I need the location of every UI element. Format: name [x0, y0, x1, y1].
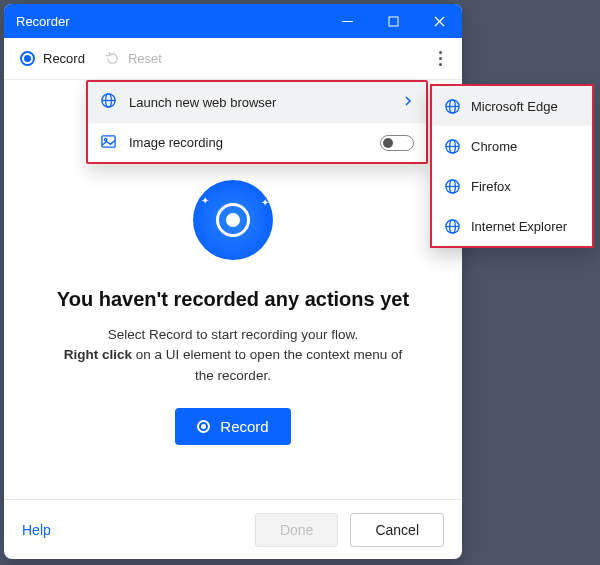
- record-button-label: Record: [220, 418, 268, 435]
- globe-icon: [100, 92, 117, 112]
- reset-icon: [105, 51, 120, 66]
- svg-point-8: [104, 138, 106, 140]
- globe-icon: [444, 218, 461, 235]
- chevron-right-icon: [402, 95, 414, 110]
- empty-headline: You haven't recorded any actions yet: [57, 288, 409, 311]
- record-label: Record: [43, 51, 85, 66]
- more-menu-button[interactable]: [426, 51, 454, 66]
- record-toggle[interactable]: Record: [20, 51, 85, 66]
- done-button: Done: [255, 513, 338, 547]
- toolbar: Record Reset: [4, 38, 462, 80]
- body: Launch new web browser Image recording Y…: [4, 80, 462, 499]
- browser-option-label: Chrome: [471, 139, 517, 154]
- empty-subtext: Select Record to start recording your fl…: [53, 325, 413, 386]
- browser-option-chrome[interactable]: Chrome: [432, 126, 592, 166]
- reset-label: Reset: [128, 51, 162, 66]
- menu-item-label: Launch new web browser: [129, 95, 276, 110]
- browser-option-firefox[interactable]: Firefox: [432, 166, 592, 206]
- hero-graphic: [193, 180, 273, 260]
- minimize-button[interactable]: [324, 4, 370, 38]
- close-button[interactable]: [416, 4, 462, 38]
- browser-option-label: Internet Explorer: [471, 219, 567, 234]
- menu-item-image-recording[interactable]: Image recording: [88, 122, 426, 162]
- record-icon: [20, 51, 35, 66]
- footer: Help Done Cancel: [4, 499, 462, 559]
- actions-menu: Launch new web browser Image recording: [86, 80, 428, 164]
- globe-icon: [444, 178, 461, 195]
- maximize-button[interactable]: [370, 4, 416, 38]
- globe-icon: [444, 138, 461, 155]
- reset-button[interactable]: Reset: [105, 51, 162, 66]
- record-icon: [197, 420, 210, 433]
- browser-submenu: Microsoft Edge Chrome Firefox Internet E…: [430, 84, 594, 248]
- help-link[interactable]: Help: [22, 522, 51, 538]
- window-title: Recorder: [16, 14, 324, 29]
- image-recording-toggle[interactable]: [380, 135, 414, 151]
- browser-option-ie[interactable]: Internet Explorer: [432, 206, 592, 246]
- titlebar: Recorder: [4, 4, 462, 38]
- browser-option-edge[interactable]: Microsoft Edge: [432, 86, 592, 126]
- recorder-window: Recorder Record Reset Launch: [4, 4, 462, 559]
- svg-rect-1: [389, 17, 398, 26]
- menu-item-launch-browser[interactable]: Launch new web browser: [88, 82, 426, 122]
- record-button[interactable]: Record: [175, 408, 290, 445]
- browser-option-label: Microsoft Edge: [471, 99, 558, 114]
- cancel-button[interactable]: Cancel: [350, 513, 444, 547]
- browser-option-label: Firefox: [471, 179, 511, 194]
- image-icon: [100, 133, 117, 153]
- globe-icon: [444, 98, 461, 115]
- record-graphic-icon: [216, 203, 250, 237]
- menu-item-label: Image recording: [129, 135, 223, 150]
